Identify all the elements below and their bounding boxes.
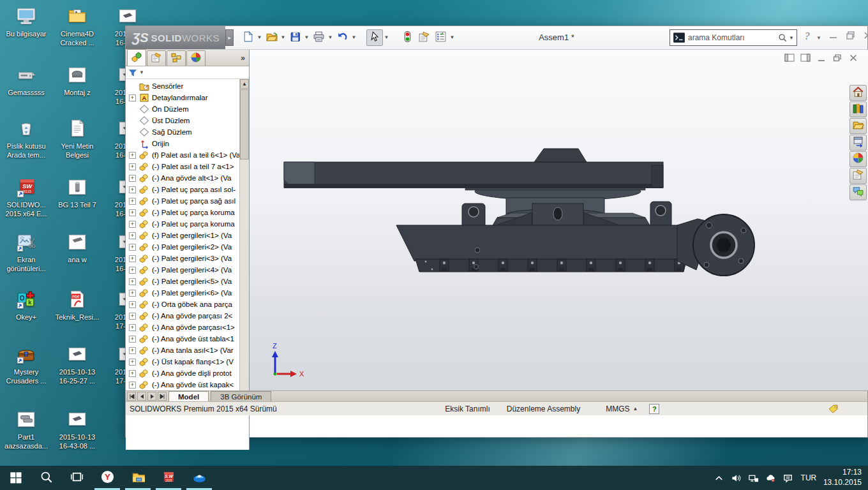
tree-item[interactable]: +(-) Palet asıl a teil 7 a<1> xyxy=(126,161,239,172)
tags-icon[interactable] xyxy=(828,404,839,414)
desktop-icon-mystery[interactable]: MysteryCrusaders ... xyxy=(1,343,51,386)
taskbar-start-button[interactable] xyxy=(0,466,31,490)
tree-item[interactable]: +(-) Palet uç parça asıl sol- xyxy=(126,184,239,195)
options-dropdown-caret[interactable]: ▼ xyxy=(449,29,456,46)
expander-plus[interactable]: + xyxy=(129,359,136,366)
expander-plus[interactable]: + xyxy=(129,152,136,159)
desktop-icon-okey-[interactable]: OkOkey+ xyxy=(1,288,51,322)
tree-item[interactable]: +(-) Palet gergileri<3> (Va xyxy=(126,253,239,264)
tree-item[interactable]: +(-) Palet gergileri<5> (Va xyxy=(126,276,239,287)
expander-plus[interactable]: + xyxy=(129,209,136,216)
search-caret[interactable]: ▼ xyxy=(789,35,794,41)
desktop-icon-gemasssss[interactable]: Gemasssss xyxy=(1,64,51,98)
taskpane-file-explorer-button[interactable] xyxy=(849,135,867,151)
panel-expand-chevrons[interactable]: » xyxy=(241,54,245,63)
tab-3d-view[interactable]: 3B Görünüm xyxy=(211,391,271,402)
tree-item[interactable]: +(-) Palet uç parça sağ asıl xyxy=(126,195,239,207)
taskbar-explorer-button[interactable] xyxy=(123,466,153,490)
rebuild-traffic-light-button[interactable] xyxy=(399,29,415,46)
expander-plus[interactable]: + xyxy=(129,163,136,170)
expander-plus[interactable]: + xyxy=(129,175,136,182)
clock[interactable]: 17:13 13.10.2015 xyxy=(823,468,862,487)
desktop-icon-solidwo-[interactable]: SW2015SOLIDWO...2015 x64 E... xyxy=(1,176,51,219)
tab-property-manager[interactable] xyxy=(147,50,166,66)
expander-plus[interactable]: + xyxy=(129,244,136,251)
taskpane-design-library-button[interactable] xyxy=(849,118,867,134)
tree-item[interactable]: +(-) Ana gövde dişli protot xyxy=(126,368,239,379)
desktop-icon-ana-w[interactable]: ana w xyxy=(52,231,102,265)
expander-plus[interactable]: + xyxy=(129,255,136,262)
open-dropdown-caret[interactable]: ▼ xyxy=(280,29,287,46)
expander-plus[interactable]: + xyxy=(129,267,136,274)
expander-plus[interactable]: + xyxy=(129,94,136,101)
expander-plus[interactable]: + xyxy=(129,336,136,343)
tree-item[interactable]: Üst Düzlem xyxy=(126,115,239,126)
print-dropdown-caret[interactable]: ▼ xyxy=(327,29,334,46)
edit-appearance-button[interactable] xyxy=(415,29,432,46)
language-indicator[interactable]: TUR xyxy=(797,473,821,482)
print-button[interactable] xyxy=(310,29,327,46)
expander-plus[interactable]: + xyxy=(129,324,136,331)
taskpane-appearances-button[interactable] xyxy=(849,168,867,184)
save-dropdown-caret[interactable]: ▼ xyxy=(303,29,310,46)
tree-item[interactable]: +(-) Palet gergileri<2> (Va xyxy=(126,241,239,253)
expander-plus[interactable]: + xyxy=(129,232,136,239)
tree-item[interactable]: +(-) Palet uç parça koruma xyxy=(126,207,239,218)
expander-plus[interactable]: + xyxy=(129,290,136,297)
close-button[interactable] xyxy=(862,30,868,41)
tab-nav-last[interactable] xyxy=(158,392,167,401)
taskbar-task-view-button[interactable] xyxy=(61,466,92,490)
taskpane-solidworks-resources-button[interactable] xyxy=(849,101,867,117)
tab-nav-first[interactable] xyxy=(127,392,136,401)
tree-item[interactable]: +(-) Ana gövde parçası 2< xyxy=(126,310,239,322)
tray-network-icon[interactable] xyxy=(745,466,762,490)
desktop-icon-montaj-z[interactable]: Montaj z xyxy=(52,64,102,98)
tray-volume-icon[interactable] xyxy=(728,466,745,490)
desktop-icon-yeni-metin[interactable]: Yeni MetinBelgesi xyxy=(52,117,102,160)
tree-item[interactable]: +(-) Palet gergileri<4> (Va xyxy=(126,264,239,276)
tree-item[interactable]: +ADetaylandırmalar xyxy=(126,92,239,103)
taskbar-search-button[interactable] xyxy=(31,466,61,490)
tree-item[interactable]: +(-) Orta göbek ana parça xyxy=(126,299,239,310)
tree-item[interactable]: +(-) Palet gergileri<6> (Va xyxy=(126,287,239,299)
tree-item[interactable]: Ön Düzlem xyxy=(126,103,239,115)
tree-filter[interactable]: ▼ xyxy=(126,66,249,79)
tab-display-manager[interactable] xyxy=(186,50,206,66)
taskpane-home-button[interactable] xyxy=(849,85,867,101)
graphics-viewport[interactable]: Z X xyxy=(250,50,868,390)
tree-item[interactable]: +(f) Palet asıl a teil 6<1> (Va xyxy=(126,149,239,161)
desktop-icon-bg-13-teil-7[interactable]: BG 13 Teil 7 xyxy=(52,176,102,210)
desktop-icon-ekran[interactable]: Ekrangörüntüleri... xyxy=(1,231,51,274)
taskbar-solidworks-button[interactable]: S.W2015 xyxy=(153,466,184,490)
tray-action-center-icon[interactable] xyxy=(779,466,797,490)
new-document-dropdown-caret[interactable]: ▼ xyxy=(256,29,263,46)
tab-nav-next[interactable] xyxy=(147,392,156,401)
select-button[interactable] xyxy=(366,29,383,46)
desktop-icon-2015-10-13[interactable]: 2015-10-1316-25-27 ... xyxy=(52,343,102,386)
assembly-model[interactable]: Z X xyxy=(250,50,868,390)
tree-item[interactable]: +(-) Palet gergileri<1> (Va xyxy=(126,230,239,241)
open-button[interactable] xyxy=(263,29,280,46)
taskbar-yandex-browser-button[interactable]: Y xyxy=(92,466,123,490)
desktop-icon-part1[interactable]: Part1aazsazasda... xyxy=(1,408,51,451)
expander-plus[interactable]: + xyxy=(129,221,136,228)
expander-plus[interactable]: + xyxy=(129,347,136,354)
desktop-icon-2015-10-13[interactable]: 2015-10-1316-43-08 ... xyxy=(52,408,102,451)
undo-dropdown-caret[interactable]: ▼ xyxy=(350,29,357,46)
expander-plus[interactable]: + xyxy=(129,278,136,285)
tree-item[interactable]: +(-) Ana gövde parçası<1> xyxy=(126,322,239,333)
tab-feature-manager[interactable] xyxy=(127,49,146,66)
taskbar-yandex-disk-button[interactable] xyxy=(184,466,214,490)
quick-tips-button[interactable]: ? xyxy=(649,404,659,414)
tab-configuration-manager[interactable] xyxy=(167,50,186,66)
tree-vertical-scrollbar[interactable]: ▲ ▼ xyxy=(239,79,249,405)
tray-chevron-up-icon[interactable] xyxy=(710,466,728,490)
tree-item[interactable]: +(-) Ana gövde alt<1> (Va xyxy=(126,172,239,184)
expander-plus[interactable]: + xyxy=(129,198,136,205)
help-caret[interactable]: ▼ xyxy=(816,35,821,41)
doc-restore-button[interactable] xyxy=(832,54,842,65)
menu-flyout-button[interactable]: ▸ xyxy=(225,29,234,46)
tab-model[interactable]: Model xyxy=(168,391,209,402)
tree-item[interactable]: Orijin xyxy=(126,138,239,149)
search-icon[interactable] xyxy=(777,33,788,43)
